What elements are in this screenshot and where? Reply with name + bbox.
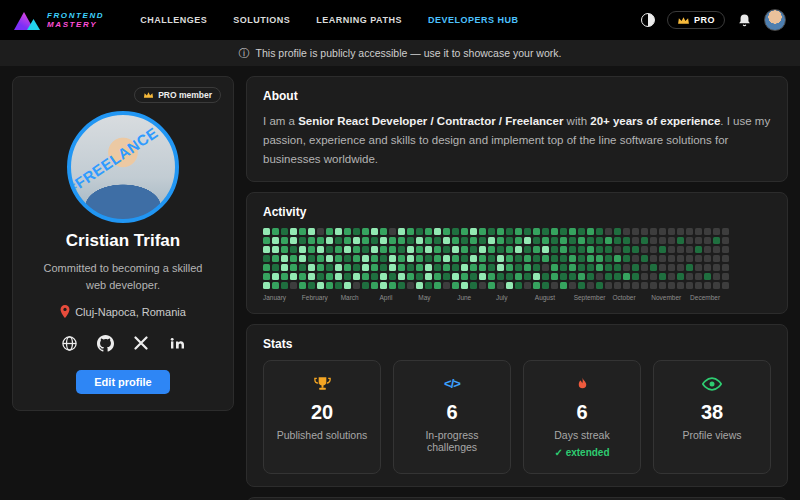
activity-cell: [425, 246, 432, 253]
activity-cell: [704, 255, 711, 262]
nav-item-challenges[interactable]: CHALLENGES: [140, 15, 207, 25]
activity-cell: [641, 282, 648, 289]
activity-cell: [587, 255, 594, 262]
activity-months: JanuaryFebruaryMarchAprilMayJuneJulyAugu…: [263, 294, 729, 301]
activity-cell: [398, 273, 405, 280]
activity-cell: [488, 273, 495, 280]
activity-cell: [668, 273, 675, 280]
activity-cell: [704, 282, 711, 289]
activity-cell: [722, 282, 729, 289]
activity-cell: [371, 255, 378, 262]
activity-cell: [425, 273, 432, 280]
pro-badge[interactable]: PRO: [667, 11, 725, 29]
activity-cell: [362, 273, 369, 280]
linkedin-icon[interactable]: [166, 332, 188, 354]
about-title: About: [263, 89, 771, 103]
nav-item-learning-paths[interactable]: LEARNING PATHS: [316, 15, 402, 25]
activity-cell: [569, 237, 576, 244]
activity-cell: [551, 273, 558, 280]
logo-text: FRONTEND MASTERY: [47, 11, 104, 29]
nav-item-solutions[interactable]: SOLUTIONS: [233, 15, 290, 25]
stat-value: 6: [400, 401, 504, 424]
activity-cell: [425, 255, 432, 262]
activity-cell: [263, 228, 270, 235]
activity-cell: [470, 246, 477, 253]
nav-item-developers-hub[interactable]: DEVELOPERS HUB: [428, 15, 519, 25]
activity-cell: [488, 246, 495, 253]
activity-cell: [290, 246, 297, 253]
profile-avatar: #FREELANCE: [67, 111, 179, 223]
activity-cell: [371, 264, 378, 271]
activity-cell: [533, 255, 540, 262]
profile-location-row: Cluj-Napoca, Romania: [25, 305, 221, 318]
activity-cell: [299, 237, 306, 244]
activity-cell: [668, 246, 675, 253]
stat-published-solutions: 20 Published solutions: [263, 360, 381, 474]
profile-tagline: Committed to becoming a skilled web deve…: [35, 260, 211, 293]
x-icon[interactable]: [130, 332, 152, 354]
stat-value: 38: [660, 401, 764, 424]
activity-cell: [605, 264, 612, 271]
activity-cell: [353, 264, 360, 271]
activity-cell: [308, 255, 315, 262]
edit-profile-button[interactable]: Edit profile: [76, 370, 169, 394]
theme-toggle-icon[interactable]: [641, 13, 655, 27]
activity-cell: [533, 228, 540, 235]
stat-label: Published solutions: [270, 429, 374, 441]
github-icon[interactable]: [94, 332, 116, 354]
activity-cell: [362, 255, 369, 262]
activity-cell: [623, 255, 630, 262]
activity-cell: [389, 237, 396, 244]
activity-cell: [506, 255, 513, 262]
month-label: August: [535, 294, 574, 301]
activity-cell: [497, 237, 504, 244]
activity-cell: [362, 282, 369, 289]
activity-cell: [695, 255, 702, 262]
activity-cell: [605, 255, 612, 262]
activity-cell: [560, 228, 567, 235]
activity-cell: [470, 264, 477, 271]
eye-icon: [660, 374, 764, 394]
bell-icon[interactable]: [737, 13, 752, 28]
activity-cell: [326, 255, 333, 262]
activity-cell: [614, 237, 621, 244]
activity-cell: [542, 255, 549, 262]
activity-cell: [722, 264, 729, 271]
month-label: April: [379, 294, 418, 301]
month-label: November: [651, 294, 690, 301]
activity-cell: [425, 282, 432, 289]
activity-cell: [578, 264, 585, 271]
activity-cell: [578, 282, 585, 289]
activity-cell: [362, 228, 369, 235]
activity-cell: [695, 246, 702, 253]
activity-cell: [434, 273, 441, 280]
website-icon[interactable]: [58, 332, 80, 354]
user-avatar[interactable]: [764, 9, 786, 31]
activity-cell: [434, 237, 441, 244]
activity-cell: [650, 246, 657, 253]
month-label: October: [612, 294, 651, 301]
activity-cell: [407, 246, 414, 253]
month-label: January: [263, 294, 302, 301]
nav-links: CHALLENGES SOLUTIONS LEARNING PATHS DEVE…: [140, 15, 518, 25]
stat-value: 20: [270, 401, 374, 424]
activity-cell: [632, 282, 639, 289]
activity-cell: [551, 246, 558, 253]
activity-cell: [281, 228, 288, 235]
activity-cell: [308, 273, 315, 280]
activity-cell: [560, 264, 567, 271]
activity-cell: [380, 237, 387, 244]
logo[interactable]: FRONTEND MASTERY: [14, 10, 104, 30]
activity-cell: [281, 282, 288, 289]
activity-cell: [407, 237, 414, 244]
activity-cell: [335, 237, 342, 244]
activity-cell: [272, 273, 279, 280]
activity-cell: [632, 255, 639, 262]
month-label: June: [457, 294, 496, 301]
activity-cell: [632, 246, 639, 253]
stat-label: Days streak: [530, 429, 634, 441]
activity-cell: [596, 255, 603, 262]
activity-cell: [416, 255, 423, 262]
activity-cell: [317, 282, 324, 289]
activity-cell: [713, 264, 720, 271]
